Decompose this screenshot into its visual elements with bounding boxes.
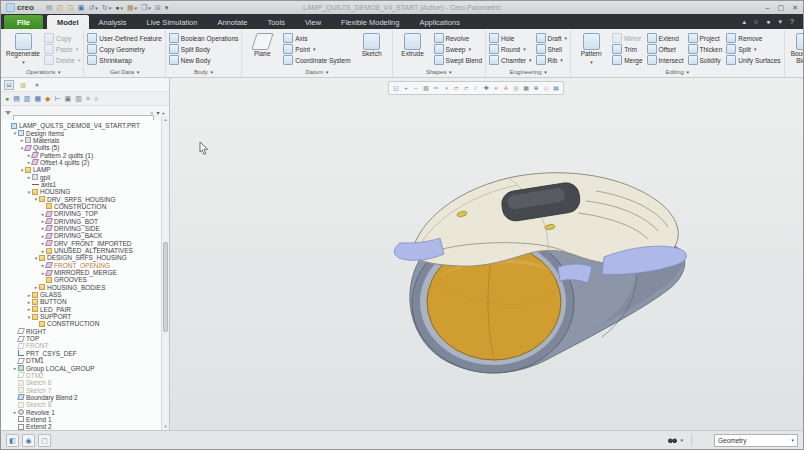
group-label-surfaces[interactable]: Surfaces ▾	[788, 68, 803, 77]
tree-item-extend-1[interactable]: Extend 1	[3, 416, 161, 423]
favorites-tab[interactable]: ★	[32, 80, 42, 90]
qat-open-button[interactable]: ◰	[57, 3, 64, 13]
qat-close-window-button[interactable]: ⊠	[155, 3, 161, 13]
tree-item-housing[interactable]: ▾HOUSING	[3, 188, 161, 195]
perspective-icon[interactable]: ◇	[542, 84, 550, 92]
restore-button[interactable]: ▢	[778, 4, 785, 12]
pattern-button[interactable]: Pattern▾	[574, 31, 608, 65]
tree-item-group-local-group[interactable]: ▸Group LOCAL_GROUP	[3, 364, 161, 371]
sweep-button[interactable]: Sweep▾	[434, 44, 483, 54]
rib-button[interactable]: Rib▾	[536, 55, 568, 65]
tree-item-button[interactable]: ▸BUTTON	[3, 298, 161, 305]
csys-display-icon[interactable]: ⌖	[492, 84, 500, 92]
plane-button[interactable]: Plane	[245, 31, 279, 58]
group-label-get-data[interactable]: Get Data ▾	[87, 68, 162, 77]
tree-item-construction[interactable]: CONSTRUCTION	[3, 320, 161, 327]
spin-center-icon[interactable]: ◎	[512, 84, 520, 92]
qat-open-session-button[interactable]: ◳	[67, 3, 74, 13]
group-label-operations[interactable]: Operations ▾	[6, 68, 80, 77]
tree-item-front-opening[interactable]: ▸FRONT_OPENING	[3, 262, 161, 269]
shell-button[interactable]: Shell	[536, 44, 568, 54]
refit-icon[interactable]: ◱	[392, 84, 400, 92]
zoom-out-icon[interactable]: −	[412, 84, 420, 92]
delete-button[interactable]: Delete▾	[44, 55, 80, 65]
tree-item-quilts-5[interactable]: ▾Quilts (5)	[3, 144, 161, 151]
remove-button[interactable]: Remove	[726, 33, 780, 43]
tree-item-construction[interactable]: CONSTRUCTION	[3, 203, 161, 210]
qat-regenerate-button[interactable]: ●▾	[115, 3, 123, 13]
tab-analysis[interactable]: Analysis	[89, 15, 137, 29]
more-commands-icon[interactable]: ▾	[779, 18, 783, 26]
tree-scrollbar-thumb[interactable]	[163, 242, 168, 332]
point-button[interactable]: Point▾	[283, 44, 350, 54]
fullscreen-toggle[interactable]: ▢	[38, 434, 51, 447]
tree-item-dtm1[interactable]: DTM1	[3, 357, 161, 364]
tree-item-driving-top[interactable]: ▸DRIVING_TOP	[3, 210, 161, 217]
filter-dropdown-icon[interactable]: ▾	[156, 108, 159, 118]
tab-annotate[interactable]: Annotate	[207, 15, 257, 29]
qat-model-player-button[interactable]: ▦▾	[127, 3, 137, 13]
tree-item-front[interactable]: FRONT	[3, 342, 161, 349]
axis-button[interactable]: Axis	[283, 33, 350, 43]
qat-save-button[interactable]: ▣	[78, 3, 85, 13]
qat-customize-quick-access-button[interactable]: ▾	[165, 3, 169, 13]
annotation-display-icon[interactable]: A	[502, 84, 510, 92]
tree-item-right[interactable]: RIGHT	[3, 328, 161, 335]
tree-list-icon[interactable]: ▦	[34, 93, 41, 104]
tree-item-offset-4-quilts-2[interactable]: ▸Offset 4 quilts (2)	[3, 159, 161, 166]
boolean-operations-button[interactable]: Boolean Operations	[169, 33, 238, 43]
plane-display-icon[interactable]: ▱	[462, 84, 470, 92]
tree-item-axis1[interactable]: axis1	[3, 181, 161, 188]
tree-item-grooves[interactable]: GROOVES	[3, 276, 161, 283]
qat-new-file-button[interactable]: ▤	[46, 3, 53, 13]
tree-item-sketch-7[interactable]: Sketch 7	[3, 386, 161, 393]
navigator-toggle[interactable]: ◧	[6, 434, 19, 447]
lamp-3d-model[interactable]	[390, 161, 690, 381]
orient-mode-icon[interactable]: ▦	[522, 84, 530, 92]
model-tree-tab[interactable]: ⊟	[4, 80, 14, 90]
tree-item-design-srfs-housing[interactable]: ▾DESIGN_SRFS_HOUSING	[3, 254, 161, 261]
minimize-button[interactable]: –	[766, 4, 770, 12]
merge-button[interactable]: Merge	[612, 55, 642, 65]
clipping-icon[interactable]: ✂	[432, 84, 440, 92]
tab-flexible-modeling[interactable]: Flexible Modeling	[331, 15, 409, 29]
extend-button[interactable]: Extend	[647, 33, 684, 43]
tree-item-lamp[interactable]: ▾LAMP	[3, 166, 161, 173]
revolve-button[interactable]: Revolve	[434, 33, 483, 43]
presence-status-icon[interactable]: ●	[766, 18, 770, 25]
point-display-icon[interactable]: ✚	[482, 84, 490, 92]
unify-surfaces-button[interactable]: Unify Surfaces	[726, 55, 780, 65]
select-up-icon[interactable]: ⊢	[55, 93, 61, 104]
folder-browser-tab[interactable]: ▨	[18, 80, 28, 90]
tree-item-mirrored-merge[interactable]: ▸MIRRORED_MERGE	[3, 269, 161, 276]
tab-model[interactable]: Model	[47, 15, 89, 29]
tree-item-led-pair[interactable]: ▸LED_PAIR	[3, 306, 161, 313]
tree-item-unused-alternatives[interactable]: ▸UNUSED_ALTERNATIVES	[3, 247, 161, 254]
dragger-icon[interactable]: ⊕	[532, 84, 540, 92]
browser-toggle[interactable]: ◉	[22, 434, 35, 447]
close-button[interactable]: ✕	[792, 4, 798, 12]
tree-item-drv-front-imported[interactable]: ▸DRV_FRONT_IMPORTED	[3, 240, 161, 247]
thicken-button[interactable]: Thicken	[688, 44, 723, 54]
tree-settings-icon[interactable]: ≡	[86, 93, 90, 104]
repaint-icon[interactable]: ▧	[422, 84, 430, 92]
regenerate-button[interactable]: Regenerate▾	[6, 31, 40, 65]
tree-item-drv-srfs-housing[interactable]: ▾DRV_SRFS_HOUSING	[3, 195, 161, 202]
shrinkwrap-button[interactable]: Shrinkwrap	[87, 55, 162, 65]
tree-item-housing-bodies[interactable]: ▸HOUSING_BODIES	[3, 284, 161, 291]
tree-item-glass[interactable]: ▸GLASS	[3, 291, 161, 298]
zoom-in-icon[interactable]: +	[402, 84, 410, 92]
expand-all-icon[interactable]: ▤	[13, 93, 20, 104]
tree-item-sketch-8[interactable]: Sketch 8	[3, 401, 161, 408]
command-search-icon[interactable]: ○	[754, 18, 758, 25]
scroll-up-icon[interactable]: ▲	[162, 116, 169, 123]
find-dropdown-icon[interactable]: ▾	[680, 437, 683, 443]
scroll-down-icon[interactable]: ▼	[162, 423, 169, 430]
swept-blend-button[interactable]: Swept Blend	[434, 55, 483, 65]
graphics-area[interactable]: ◱+−▧✂◑▱▱∕✚⌖A◎▦⊕◇▤	[170, 78, 803, 430]
extrude-button[interactable]: Extrude	[396, 31, 430, 58]
tree-item-top[interactable]: TOP	[3, 335, 161, 342]
group-label-engineering[interactable]: Engineering ▾	[489, 68, 567, 77]
boundary-blend-button[interactable]: Boundary Blend	[788, 31, 803, 64]
sketch-button[interactable]: Sketch	[355, 31, 389, 58]
